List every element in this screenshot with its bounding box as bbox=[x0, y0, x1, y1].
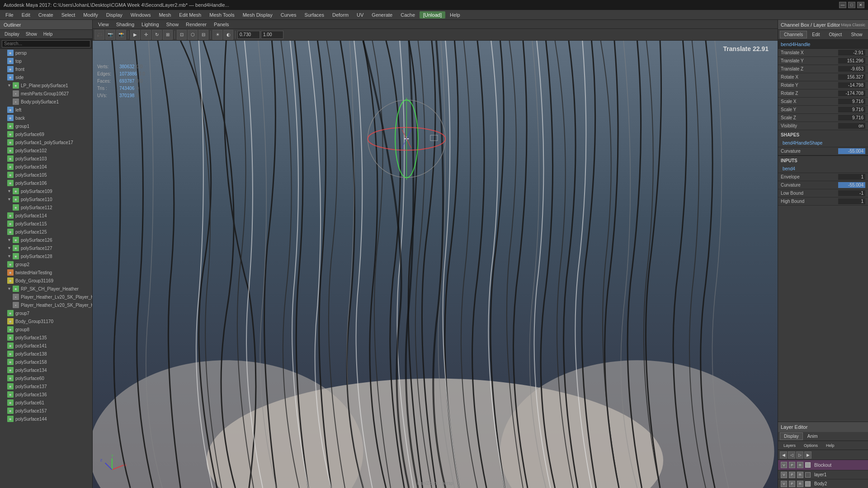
list-item[interactable]: ▼ ■ polySurface126 bbox=[0, 236, 92, 244]
list-item[interactable]: ■ polySurface134 bbox=[0, 366, 92, 374]
prev-layer-btn[interactable]: ◀ bbox=[780, 451, 787, 459]
vp-menu-panels[interactable]: Panels bbox=[210, 21, 233, 28]
menu-unload[interactable]: [Unload] bbox=[420, 11, 445, 19]
ch-value[interactable]: -2.91 bbox=[838, 50, 865, 56]
subtab-layers[interactable]: Layers bbox=[780, 442, 799, 449]
list-item[interactable]: ■ polySurface105 bbox=[0, 171, 92, 179]
lowbound-value[interactable]: -1 bbox=[838, 190, 865, 196]
layer1-row[interactable]: V P R layer1 bbox=[778, 470, 868, 479]
ch-value[interactable]: -9.653 bbox=[838, 66, 865, 72]
menu-select[interactable]: Select bbox=[58, 11, 79, 19]
blockout-r-btn[interactable]: R bbox=[797, 462, 803, 468]
list-item[interactable]: ■ polySurface60 bbox=[0, 374, 92, 382]
list-item[interactable]: ■ polySurface115 bbox=[0, 220, 92, 228]
list-item[interactable]: ■ polySurface102 bbox=[0, 146, 92, 155]
menu-help[interactable]: Help bbox=[446, 11, 464, 19]
list-item[interactable]: ▪ meshParts:Group10627 bbox=[0, 89, 92, 98]
expand-arrow[interactable]: ▼ bbox=[7, 197, 12, 202]
wireframe-btn[interactable]: ⊡ bbox=[177, 30, 187, 40]
blockout-p-btn[interactable]: P bbox=[789, 462, 795, 468]
list-item[interactable]: ■ polySurface141 bbox=[0, 342, 92, 350]
list-item[interactable]: ■ back bbox=[0, 114, 92, 122]
camera2-btn[interactable]: 📷 bbox=[105, 30, 115, 40]
list-item[interactable]: ■ polySurface158 bbox=[0, 358, 92, 366]
layer1-vis-btn[interactable]: V bbox=[781, 472, 787, 478]
channel-row-scalez[interactable]: Scale Z 9.716 bbox=[778, 114, 868, 122]
menu-uv[interactable]: UV bbox=[353, 11, 367, 19]
ch-value[interactable]: -174.708 bbox=[838, 90, 865, 96]
vp-menu-shading[interactable]: Shading bbox=[113, 21, 138, 28]
envelope-row[interactable]: Envelope 1 bbox=[778, 173, 868, 181]
ch-value[interactable]: -14.798 bbox=[838, 82, 865, 88]
channel-row-translatez[interactable]: Translate Z -9.653 bbox=[778, 65, 868, 73]
list-item[interactable]: ■ polySurface144 bbox=[0, 415, 92, 423]
list-item[interactable]: ■ polySurface112 bbox=[0, 203, 92, 211]
tab-object[interactable]: Object bbox=[825, 31, 846, 38]
tab-channels[interactable]: Channels bbox=[780, 31, 807, 38]
rotate-btn[interactable]: ↻ bbox=[152, 30, 162, 40]
tab-show[interactable]: Show bbox=[847, 31, 866, 38]
menu-modify[interactable]: Modify bbox=[80, 11, 101, 19]
layer1-r-btn[interactable]: R bbox=[797, 472, 803, 478]
curvature-value[interactable]: -55.004 bbox=[838, 148, 865, 154]
curvature-row[interactable]: Curvature -55.004 bbox=[778, 147, 868, 155]
list-item[interactable]: ▪ Body:polySurface1 bbox=[0, 98, 92, 106]
menu-deform[interactable]: Deform bbox=[329, 11, 352, 19]
menu-curves[interactable]: Curves bbox=[277, 11, 300, 19]
zoom-value2[interactable] bbox=[261, 31, 283, 39]
list-item[interactable]: ■ polySurface106 bbox=[0, 179, 92, 187]
shadow-btn[interactable]: ◐ bbox=[223, 30, 233, 40]
menu-create[interactable]: Create bbox=[35, 11, 57, 19]
menu-file[interactable]: File bbox=[2, 11, 17, 19]
ch-value[interactable]: on bbox=[838, 123, 865, 129]
curvature-input-value[interactable]: -55.004 bbox=[838, 182, 865, 188]
channel-row-scaley[interactable]: Scale Y 9.716 bbox=[778, 106, 868, 114]
list-item[interactable]: ▼ ■ polySurface109 bbox=[0, 187, 92, 195]
list-item[interactable]: ▼ ■ polySurface127 bbox=[0, 244, 92, 252]
menu-generate[interactable]: Generate bbox=[368, 11, 396, 19]
smooth-btn[interactable]: ⬡ bbox=[188, 30, 198, 40]
highbound-row[interactable]: High Bound 1 bbox=[778, 197, 868, 206]
list-item[interactable]: ■ polySurface137 bbox=[0, 382, 92, 390]
channel-row-visibility[interactable]: Visibility on bbox=[778, 122, 868, 130]
list-item[interactable]: ■ polySurface135 bbox=[0, 333, 92, 342]
vp-menu-lighting[interactable]: Lighting bbox=[138, 21, 163, 28]
zoom-value[interactable] bbox=[237, 31, 260, 39]
menu-edit[interactable]: Edit bbox=[18, 11, 34, 19]
menu-editmesh[interactable]: Edit Mesh bbox=[175, 11, 205, 19]
channel-row-rotatez[interactable]: Rotate Z -174.708 bbox=[778, 89, 868, 98]
expand-arrow[interactable]: ▼ bbox=[7, 286, 12, 291]
list-item[interactable]: ■ polySurface114 bbox=[0, 211, 92, 220]
expand-arrow[interactable]: ▼ bbox=[7, 189, 12, 193]
list-item[interactable]: ▪ Player_Heather_Lv20_SK_Player_Heatl bbox=[0, 293, 92, 301]
list-item[interactable]: ■ polySurface157 bbox=[0, 407, 92, 415]
channel-row-rotatex[interactable]: Rotate X 156.327 bbox=[778, 73, 868, 81]
list-item[interactable]: ■ polySurface136 bbox=[0, 390, 92, 399]
list-item[interactable]: ■ group1 bbox=[0, 122, 92, 130]
list-item[interactable]: ■ top bbox=[0, 57, 92, 65]
body2-vis-btn[interactable]: V bbox=[781, 481, 787, 487]
select-btn[interactable]: ▶ bbox=[130, 30, 140, 40]
list-item[interactable]: ■ front bbox=[0, 65, 92, 73]
lowbound-row[interactable]: Low Bound -1 bbox=[778, 189, 868, 197]
highbound-value[interactable]: 1 bbox=[838, 198, 865, 204]
body2-r-btn[interactable]: R bbox=[797, 481, 803, 487]
ch-value[interactable]: 156.327 bbox=[838, 74, 865, 80]
list-item[interactable]: ■ polySurface61 bbox=[0, 399, 92, 407]
outliner-menu-show[interactable]: Show bbox=[23, 31, 40, 38]
list-item[interactable]: ■ Body_Group31170 bbox=[0, 317, 92, 325]
vp-menu-show[interactable]: Show bbox=[163, 21, 183, 28]
channel-row-translatex[interactable]: Translate X -2.91 bbox=[778, 49, 868, 57]
ch-value[interactable]: 9.716 bbox=[838, 99, 865, 104]
tab-edit[interactable]: Edit bbox=[808, 31, 824, 38]
inputs-node-name[interactable]: bend4 bbox=[778, 165, 868, 173]
subtab-options[interactable]: Options bbox=[800, 442, 821, 449]
camera-btn[interactable]: 🎥 bbox=[94, 30, 104, 40]
list-item[interactable]: ■ polySurface1_polySurface17 bbox=[0, 138, 92, 146]
menu-display[interactable]: Display bbox=[103, 11, 126, 19]
channel-row-translatey[interactable]: Translate Y 151.296 bbox=[778, 57, 868, 65]
body2-layer-row[interactable]: V P R Body2 bbox=[778, 479, 868, 488]
ch-value[interactable]: 9.716 bbox=[838, 115, 865, 121]
list-item[interactable]: ■ twistedHairTesting bbox=[0, 268, 92, 277]
texture-btn[interactable]: ⊟ bbox=[198, 30, 208, 40]
